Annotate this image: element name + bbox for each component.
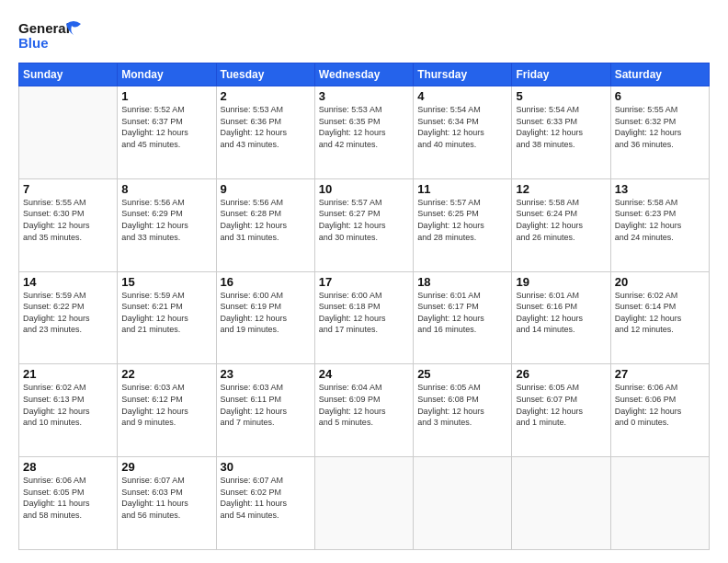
- calendar-cell: 23Sunrise: 6:03 AM Sunset: 6:11 PM Dayli…: [216, 364, 314, 457]
- calendar-cell: 17Sunrise: 6:00 AM Sunset: 6:18 PM Dayli…: [314, 271, 413, 364]
- logo: GeneralBlue: [18, 17, 83, 53]
- calendar-cell: 4Sunrise: 5:54 AM Sunset: 6:34 PM Daylig…: [414, 86, 512, 179]
- day-info: Sunrise: 5:57 AM Sunset: 6:25 PM Dayligh…: [417, 197, 507, 243]
- day-info: Sunrise: 5:54 AM Sunset: 6:34 PM Dayligh…: [417, 104, 507, 150]
- day-number: 5: [516, 89, 606, 103]
- day-number: 12: [516, 182, 606, 196]
- day-info: Sunrise: 6:05 AM Sunset: 6:08 PM Dayligh…: [417, 382, 507, 428]
- weekday-header-monday: Monday: [118, 63, 216, 86]
- calendar-cell: [314, 457, 413, 550]
- page-header: GeneralBlue: [18, 17, 710, 53]
- day-number: 7: [23, 182, 113, 196]
- weekday-header-thursday: Thursday: [414, 63, 512, 86]
- calendar-cell: 2Sunrise: 5:53 AM Sunset: 6:36 PM Daylig…: [216, 86, 314, 179]
- calendar-cell: 10Sunrise: 5:57 AM Sunset: 6:27 PM Dayli…: [314, 178, 413, 271]
- day-number: 23: [221, 367, 311, 381]
- calendar-cell: 26Sunrise: 6:05 AM Sunset: 6:07 PM Dayli…: [512, 364, 610, 457]
- weekday-header-sunday: Sunday: [19, 63, 118, 86]
- calendar-cell: 5Sunrise: 5:54 AM Sunset: 6:33 PM Daylig…: [512, 86, 610, 179]
- day-info: Sunrise: 6:00 AM Sunset: 6:18 PM Dayligh…: [319, 290, 409, 336]
- day-number: 28: [23, 460, 113, 474]
- day-info: Sunrise: 6:03 AM Sunset: 6:11 PM Dayligh…: [221, 382, 311, 428]
- calendar-cell: 15Sunrise: 5:59 AM Sunset: 6:21 PM Dayli…: [118, 271, 216, 364]
- day-info: Sunrise: 5:53 AM Sunset: 6:35 PM Dayligh…: [319, 104, 409, 150]
- day-number: 2: [221, 89, 311, 103]
- day-number: 18: [417, 275, 507, 289]
- day-number: 17: [319, 275, 409, 289]
- calendar-week-5: 28Sunrise: 6:06 AM Sunset: 6:05 PM Dayli…: [19, 457, 710, 550]
- day-info: Sunrise: 6:02 AM Sunset: 6:13 PM Dayligh…: [23, 382, 113, 428]
- calendar-cell: 22Sunrise: 6:03 AM Sunset: 6:12 PM Dayli…: [118, 364, 216, 457]
- day-info: Sunrise: 6:05 AM Sunset: 6:07 PM Dayligh…: [516, 382, 606, 428]
- day-info: Sunrise: 5:58 AM Sunset: 6:24 PM Dayligh…: [516, 197, 606, 243]
- calendar-week-2: 7Sunrise: 5:55 AM Sunset: 6:30 PM Daylig…: [19, 178, 710, 271]
- day-info: Sunrise: 5:55 AM Sunset: 6:32 PM Dayligh…: [615, 104, 705, 150]
- calendar-cell: 3Sunrise: 5:53 AM Sunset: 6:35 PM Daylig…: [314, 86, 413, 179]
- day-number: 1: [121, 89, 211, 103]
- day-info: Sunrise: 5:52 AM Sunset: 6:37 PM Dayligh…: [121, 104, 211, 150]
- day-number: 29: [121, 460, 211, 474]
- day-info: Sunrise: 6:06 AM Sunset: 6:06 PM Dayligh…: [615, 382, 705, 428]
- day-info: Sunrise: 5:56 AM Sunset: 6:29 PM Dayligh…: [121, 197, 211, 243]
- calendar-cell: 27Sunrise: 6:06 AM Sunset: 6:06 PM Dayli…: [610, 364, 709, 457]
- calendar-cell: [414, 457, 512, 550]
- day-info: Sunrise: 6:07 AM Sunset: 6:02 PM Dayligh…: [221, 475, 311, 521]
- calendar-cell: 7Sunrise: 5:55 AM Sunset: 6:30 PM Daylig…: [19, 178, 118, 271]
- day-info: Sunrise: 5:56 AM Sunset: 6:28 PM Dayligh…: [221, 197, 311, 243]
- calendar-cell: 13Sunrise: 5:58 AM Sunset: 6:23 PM Dayli…: [610, 178, 709, 271]
- day-number: 10: [319, 182, 409, 196]
- weekday-header-row: SundayMondayTuesdayWednesdayThursdayFrid…: [19, 63, 710, 86]
- day-number: 9: [221, 182, 311, 196]
- calendar-cell: 28Sunrise: 6:06 AM Sunset: 6:05 PM Dayli…: [19, 457, 118, 550]
- day-info: Sunrise: 6:07 AM Sunset: 6:03 PM Dayligh…: [121, 475, 211, 521]
- day-number: 22: [121, 367, 211, 381]
- day-number: 15: [121, 275, 211, 289]
- calendar-cell: 14Sunrise: 5:59 AM Sunset: 6:22 PM Dayli…: [19, 271, 118, 364]
- calendar-cell: 20Sunrise: 6:02 AM Sunset: 6:14 PM Dayli…: [610, 271, 709, 364]
- day-number: 30: [221, 460, 311, 474]
- weekday-header-wednesday: Wednesday: [314, 63, 413, 86]
- day-info: Sunrise: 6:06 AM Sunset: 6:05 PM Dayligh…: [23, 475, 113, 521]
- calendar-cell: 9Sunrise: 5:56 AM Sunset: 6:28 PM Daylig…: [216, 178, 314, 271]
- day-info: Sunrise: 6:03 AM Sunset: 6:12 PM Dayligh…: [121, 382, 211, 428]
- day-number: 3: [319, 89, 409, 103]
- calendar-cell: 16Sunrise: 6:00 AM Sunset: 6:19 PM Dayli…: [216, 271, 314, 364]
- day-number: 8: [121, 182, 211, 196]
- calendar-cell: 1Sunrise: 5:52 AM Sunset: 6:37 PM Daylig…: [118, 86, 216, 179]
- svg-text:Blue: Blue: [18, 35, 49, 51]
- calendar-week-4: 21Sunrise: 6:02 AM Sunset: 6:13 PM Dayli…: [19, 364, 710, 457]
- weekday-header-saturday: Saturday: [610, 63, 709, 86]
- calendar-cell: 19Sunrise: 6:01 AM Sunset: 6:16 PM Dayli…: [512, 271, 610, 364]
- day-info: Sunrise: 5:54 AM Sunset: 6:33 PM Dayligh…: [516, 104, 606, 150]
- day-number: 11: [417, 182, 507, 196]
- day-info: Sunrise: 6:01 AM Sunset: 6:16 PM Dayligh…: [516, 290, 606, 336]
- day-info: Sunrise: 5:53 AM Sunset: 6:36 PM Dayligh…: [221, 104, 311, 150]
- day-number: 27: [615, 367, 705, 381]
- day-number: 19: [516, 275, 606, 289]
- calendar-cell: [19, 86, 118, 179]
- calendar-table: SundayMondayTuesdayWednesdayThursdayFrid…: [18, 63, 710, 550]
- day-number: 21: [23, 367, 113, 381]
- day-info: Sunrise: 5:57 AM Sunset: 6:27 PM Dayligh…: [319, 197, 409, 243]
- calendar-cell: 8Sunrise: 5:56 AM Sunset: 6:29 PM Daylig…: [118, 178, 216, 271]
- calendar-cell: [610, 457, 709, 550]
- calendar-cell: 21Sunrise: 6:02 AM Sunset: 6:13 PM Dayli…: [19, 364, 118, 457]
- calendar-cell: 30Sunrise: 6:07 AM Sunset: 6:02 PM Dayli…: [216, 457, 314, 550]
- day-info: Sunrise: 6:01 AM Sunset: 6:17 PM Dayligh…: [417, 290, 507, 336]
- calendar-cell: 11Sunrise: 5:57 AM Sunset: 6:25 PM Dayli…: [414, 178, 512, 271]
- day-info: Sunrise: 5:55 AM Sunset: 6:30 PM Dayligh…: [23, 197, 113, 243]
- day-number: 16: [221, 275, 311, 289]
- calendar-cell: 18Sunrise: 6:01 AM Sunset: 6:17 PM Dayli…: [414, 271, 512, 364]
- day-info: Sunrise: 5:59 AM Sunset: 6:22 PM Dayligh…: [23, 290, 113, 336]
- calendar-week-1: 1Sunrise: 5:52 AM Sunset: 6:37 PM Daylig…: [19, 86, 710, 179]
- weekday-header-friday: Friday: [512, 63, 610, 86]
- day-number: 4: [417, 89, 507, 103]
- day-info: Sunrise: 5:58 AM Sunset: 6:23 PM Dayligh…: [615, 197, 705, 243]
- day-number: 24: [319, 367, 409, 381]
- weekday-header-tuesday: Tuesday: [216, 63, 314, 86]
- calendar-cell: 29Sunrise: 6:07 AM Sunset: 6:03 PM Dayli…: [118, 457, 216, 550]
- day-info: Sunrise: 6:00 AM Sunset: 6:19 PM Dayligh…: [221, 290, 311, 336]
- day-info: Sunrise: 6:04 AM Sunset: 6:09 PM Dayligh…: [319, 382, 409, 428]
- day-number: 14: [23, 275, 113, 289]
- day-number: 6: [615, 89, 705, 103]
